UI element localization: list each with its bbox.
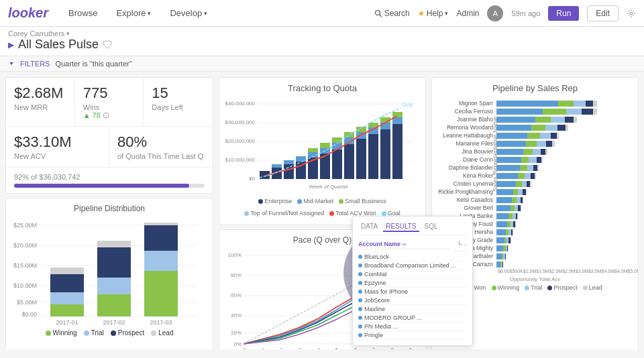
- svg-text:2017-03: 2017-03: [150, 319, 172, 324]
- sub-header: Corey Carruthers ▾ ▶ All Sales Pulse: [0, 27, 644, 56]
- wins-change: ▲ 78 i: [83, 111, 136, 119]
- popup-row: JobScore: [358, 296, 467, 305]
- wins-metric: 775 Wins ▲ 78 i: [75, 78, 144, 126]
- legend-rep-winning: Winning: [492, 284, 520, 291]
- settings-icon[interactable]: [627, 9, 636, 18]
- pipeline-dist-card: Pipeline Distribution $25.00M $20.00M $1…: [5, 198, 213, 349]
- rep-bar-row: Jina Bouvier: [437, 148, 633, 155]
- svg-rect-27: [144, 271, 178, 316]
- popup-row: Mass for iPhone: [358, 288, 467, 296]
- pipeline-rep-title: Pipeline by Sales Rep: [437, 83, 633, 93]
- svg-rect-47: [284, 164, 294, 179]
- svg-text:$0.00: $0.00: [21, 311, 37, 318]
- svg-text:$0: $0: [249, 176, 255, 182]
- svg-text:4: 4: [317, 347, 320, 350]
- svg-text:$10,000,000: $10,000,000: [225, 157, 256, 163]
- wins-label: Wins: [83, 103, 136, 111]
- svg-text:$10.00M: $10.00M: [13, 282, 37, 289]
- popup-row: Maxline: [358, 305, 467, 314]
- svg-rect-23: [97, 294, 131, 316]
- quota-label: of Quota This Time Last Q: [117, 152, 205, 160]
- acv-label: New ACV: [14, 152, 101, 160]
- search-link[interactable]: Search: [374, 9, 410, 18]
- tracking-chart: $40,000,000 $30,000,000 $20,000,000 $10,…: [225, 97, 413, 194]
- svg-rect-60: [344, 144, 354, 179]
- filter-label[interactable]: FILTERS: [20, 60, 50, 68]
- svg-rect-30: [144, 223, 178, 225]
- svg-text:$25.00M: $25.00M: [13, 222, 37, 229]
- filter-expand-icon[interactable]: [8, 60, 15, 67]
- svg-text:$20,000,000: $20,000,000: [225, 138, 256, 144]
- svg-text:2017-02: 2017-02: [103, 319, 125, 324]
- svg-rect-72: [392, 124, 402, 179]
- svg-rect-22: [50, 267, 84, 274]
- info-icon[interactable]: i: [103, 112, 109, 119]
- days-value: 15: [152, 84, 205, 102]
- svg-rect-62: [344, 132, 354, 137]
- help-link[interactable]: Help ▾: [418, 9, 449, 18]
- svg-rect-26: [97, 241, 131, 247]
- svg-text:Goal: Goal: [402, 101, 413, 108]
- sort-icon: [402, 242, 407, 247]
- dist-title: Pipeline Distribution: [11, 204, 207, 213]
- rep-bar-row: Diane Conn: [437, 156, 633, 163]
- quota-bar-fill: [14, 184, 189, 188]
- svg-text:6: 6: [354, 347, 357, 350]
- svg-rect-28: [144, 251, 178, 271]
- days-label: Days Left: [152, 103, 205, 111]
- svg-rect-56: [320, 143, 330, 148]
- acv-value: $33.10M: [14, 133, 101, 151]
- nav-browse[interactable]: Browse: [64, 8, 101, 18]
- pipeline-dist-chart: $25.00M $20.00M $15.00M $10.00M $5.00M $…: [11, 217, 199, 324]
- svg-rect-59: [332, 137, 342, 143]
- mrr-value: $2.68M: [14, 84, 66, 102]
- user-name[interactable]: Corey Carruthers ▾: [8, 29, 636, 38]
- quota-bar-section: 92% of $36,030,742: [6, 167, 213, 193]
- quota-metric: 80% of Quota This Time Last Q: [109, 127, 213, 167]
- wins-value: 775: [83, 84, 136, 102]
- edit-button[interactable]: Edit: [587, 5, 619, 21]
- mrr-label: New MRR: [14, 103, 66, 111]
- popup-rows: BlueLockBroadband Comparison Limited ...…: [358, 253, 467, 340]
- popup-row: CoinMat: [358, 270, 467, 279]
- nav-explore[interactable]: Explore ▾: [112, 8, 155, 18]
- svg-line-1: [380, 15, 382, 17]
- rep-bar-row: Kena Roker: [437, 172, 633, 179]
- svg-text:2017-01: 2017-01: [56, 319, 78, 324]
- popup-tab-data[interactable]: DATA: [358, 222, 380, 232]
- svg-text:8: 8: [391, 347, 394, 350]
- svg-rect-63: [356, 139, 366, 179]
- svg-rect-19: [50, 304, 84, 316]
- legend-smallbiz: Small Business: [339, 198, 386, 204]
- run-button[interactable]: Run: [548, 6, 579, 21]
- rep-bar-row: Daphne Bolander: [437, 164, 633, 171]
- nav-develop[interactable]: Develop ▾: [166, 8, 211, 18]
- svg-text:60%: 60%: [231, 292, 241, 298]
- svg-text:0: 0: [244, 347, 246, 350]
- svg-point-0: [375, 10, 380, 15]
- popup-tab-results[interactable]: RESULTS: [383, 222, 419, 232]
- popup-tab-sql[interactable]: SQL: [422, 222, 441, 232]
- svg-rect-66: [368, 134, 378, 179]
- rep-bar-row: Cecilia Ferruso: [437, 108, 633, 115]
- svg-text:5: 5: [335, 347, 338, 350]
- legend-midmarket: Mid-Market: [297, 198, 333, 204]
- rep-bar-row: Remona Woodard: [437, 124, 633, 131]
- popup-row: MODERO GROUP ...: [358, 314, 467, 322]
- mrr-metric: $2.68M New MRR: [6, 78, 75, 126]
- star-icon: [418, 10, 425, 17]
- rep-bar-row: Grover Berl: [437, 204, 633, 211]
- svg-text:1: 1: [262, 347, 264, 350]
- rep-bar-row: Joannie Blaho: [437, 116, 633, 123]
- user-avatar[interactable]: A: [487, 5, 503, 21]
- popup-row: BlueLock: [358, 253, 467, 261]
- svg-text:$30,000,000: $30,000,000: [225, 119, 256, 125]
- svg-rect-46: [272, 164, 282, 168]
- heart-icon[interactable]: [103, 40, 112, 50]
- svg-rect-74: [392, 112, 402, 117]
- svg-rect-25: [97, 247, 131, 278]
- svg-text:100%: 100%: [228, 252, 241, 258]
- legend-lead: Lead: [151, 329, 173, 337]
- rep-bar-row: Mignon Sparr: [437, 100, 633, 107]
- admin-link[interactable]: Admin: [456, 9, 479, 18]
